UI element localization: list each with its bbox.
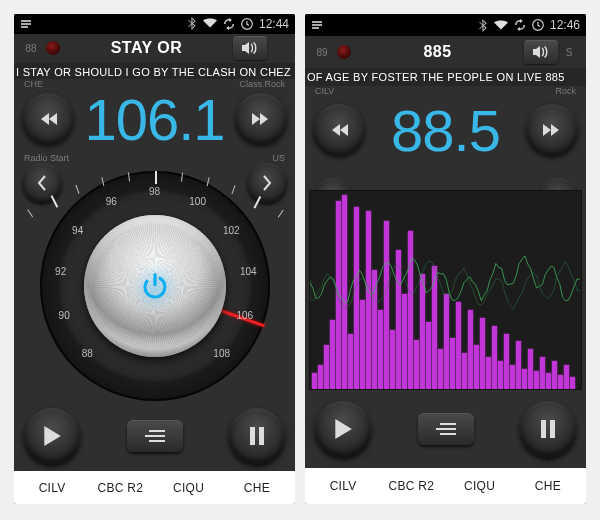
notification-icon [20, 18, 32, 30]
list-icon [435, 422, 457, 436]
record-indicator[interactable] [46, 41, 60, 55]
presets-menu-button[interactable] [418, 413, 474, 445]
skip-next-icon [250, 111, 272, 127]
preset-4[interactable]: CHE [223, 481, 291, 495]
pause-button[interactable] [229, 408, 285, 464]
notification-icon [311, 19, 323, 31]
phone-left: 12:44 88 STAY OR I STAY OR SHOULD I GO B… [14, 14, 295, 504]
station-genre-right: Class.Rock [239, 79, 285, 89]
svg-rect-15 [440, 423, 456, 425]
tuning-dial[interactable]: 889092949698100102104106108 [40, 171, 270, 401]
power-icon [138, 269, 172, 303]
svg-rect-17 [440, 433, 456, 435]
next-station-button[interactable] [235, 93, 287, 145]
now-playing-ticker: I STAY OR SHOULD I GO BY THE CLASH ON CH… [14, 63, 295, 79]
status-time: 12:46 [550, 18, 580, 32]
pause-button[interactable] [520, 401, 576, 457]
preset-3[interactable]: CIQU [446, 479, 514, 493]
preset-4[interactable]: CHE [514, 479, 582, 493]
svg-rect-11 [312, 21, 322, 23]
header-suffix: S [558, 47, 580, 58]
spectrum-visualizer [309, 190, 582, 390]
transport-controls [14, 401, 295, 472]
status-bar: 12:44 [14, 14, 295, 34]
play-button[interactable] [24, 408, 80, 464]
wifi-icon [494, 20, 508, 31]
skip-prev-icon [37, 111, 59, 127]
preset-row: CILV CBC R2 CIQU CHE [14, 471, 295, 504]
svg-rect-6 [149, 430, 165, 432]
wifi-icon [203, 18, 217, 29]
pause-icon [249, 426, 265, 446]
svg-rect-5 [153, 273, 156, 286]
bluetooth-icon [188, 17, 197, 30]
frequency-row: CILV Rock 88.5 [305, 86, 586, 172]
transport-controls [305, 390, 586, 468]
power-knob[interactable] [84, 215, 226, 357]
station-id-left: CHE [24, 79, 43, 89]
preset-2[interactable]: CBC R2 [377, 479, 445, 493]
phone-right: 12:46 89 885 S OF AGE BY FOSTER THE PEOP… [305, 14, 586, 504]
frequency-display: 88.5 [365, 97, 526, 164]
now-playing-ticker: OF AGE BY FOSTER THE PEOPLE ON LIVE 885 [305, 68, 586, 86]
svg-rect-10 [259, 427, 264, 445]
svg-rect-16 [436, 428, 456, 430]
sync-icon [223, 18, 235, 30]
skip-next-icon [541, 122, 563, 138]
next-station-button[interactable] [526, 104, 578, 156]
clock-status-icon [532, 19, 544, 31]
speaker-button[interactable] [233, 36, 267, 60]
play-button[interactable] [315, 401, 371, 457]
preset-1[interactable]: CILV [309, 479, 377, 493]
frequency-row: CHE Class.Rock 106.1 [14, 79, 295, 157]
prev-station-button[interactable] [22, 93, 74, 145]
nav-right-label: US [272, 153, 285, 163]
preset-2[interactable]: CBC R2 [86, 481, 154, 495]
speaker-icon [532, 45, 550, 59]
status-time: 12:44 [259, 17, 289, 31]
frequency-display: 106.1 [74, 86, 235, 153]
play-icon [42, 425, 62, 447]
pause-icon [540, 419, 556, 439]
station-id-left: CILV [315, 86, 334, 96]
svg-rect-8 [149, 440, 165, 442]
speaker-button[interactable] [524, 40, 558, 64]
app-header: 88 STAY OR [14, 34, 295, 63]
svg-rect-9 [250, 427, 255, 445]
station-title: 885 [351, 43, 524, 61]
sync-icon [514, 19, 526, 31]
waveform-overlay [310, 191, 581, 389]
svg-rect-13 [312, 27, 319, 29]
skip-prev-icon [328, 122, 350, 138]
station-title: STAY OR [60, 39, 233, 57]
preset-1[interactable]: CILV [18, 481, 86, 495]
svg-rect-12 [312, 24, 322, 26]
presets-menu-button[interactable] [127, 420, 183, 452]
station-genre-right: Rock [555, 86, 576, 96]
svg-rect-19 [550, 420, 555, 438]
clock-status-icon [241, 18, 253, 30]
header-freq-abbrev: 88 [20, 43, 42, 54]
status-bar: 12:46 [305, 14, 586, 36]
play-icon [333, 418, 353, 440]
record-indicator[interactable] [337, 45, 351, 59]
nav-left-label: Radio Start [24, 153, 69, 163]
app-header: 89 885 S [305, 36, 586, 68]
preset-3[interactable]: CIQU [155, 481, 223, 495]
svg-rect-0 [21, 20, 31, 22]
svg-rect-1 [21, 23, 31, 25]
speaker-icon [241, 41, 259, 55]
tuning-dial-area: 889092949698100102104106108 [14, 171, 295, 401]
header-freq-abbrev: 89 [311, 47, 333, 58]
svg-rect-2 [21, 26, 28, 28]
svg-rect-7 [145, 435, 165, 437]
list-icon [144, 429, 166, 443]
svg-rect-18 [541, 420, 546, 438]
preset-row: CILV CBC R2 CIQU CHE [305, 468, 586, 504]
bluetooth-icon [479, 19, 488, 32]
prev-station-button[interactable] [313, 104, 365, 156]
